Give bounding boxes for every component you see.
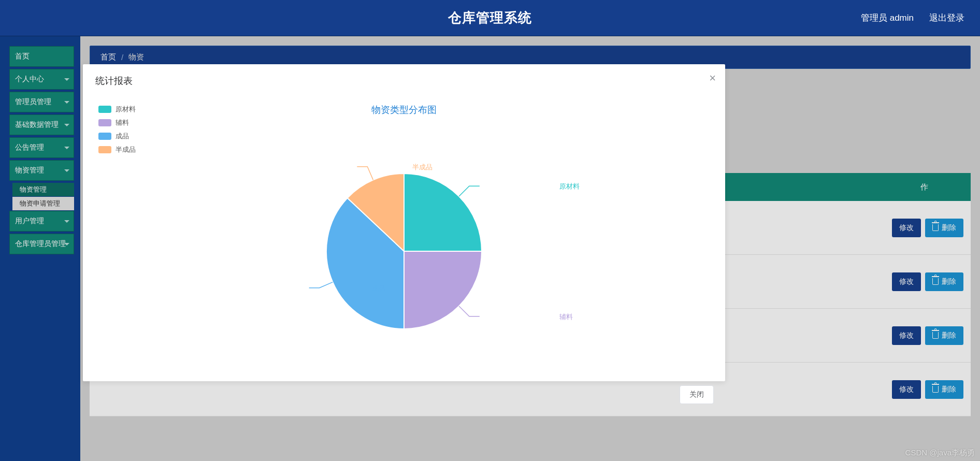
legend-item[interactable]: 半成品 bbox=[98, 145, 136, 154]
user-label[interactable]: 管理员 admin bbox=[861, 12, 914, 24]
pie-slice-label: 辅料 bbox=[559, 312, 573, 322]
legend-swatch bbox=[98, 119, 111, 126]
pie-slice[interactable] bbox=[404, 251, 482, 329]
stats-modal: 统计报表 × 物资类型分布图 原材料 辅料 成品 半成品 原 bbox=[83, 64, 725, 381]
modal-close-button[interactable]: 关闭 bbox=[680, 385, 714, 404]
app-header: 仓库管理系统 管理员 admin 退出登录 bbox=[0, 0, 980, 36]
legend-item[interactable]: 原材料 bbox=[98, 105, 136, 114]
pie-slice-label: 原材料 bbox=[559, 182, 580, 191]
pie-svg bbox=[326, 174, 482, 329]
logout-link[interactable]: 退出登录 bbox=[929, 12, 964, 24]
legend-item[interactable]: 成品 bbox=[98, 132, 136, 141]
legend-swatch bbox=[98, 146, 111, 153]
legend-swatch bbox=[98, 133, 111, 140]
pie-slice-label: 成品 bbox=[371, 284, 385, 293]
pie-chart bbox=[326, 174, 482, 329]
pie-slice[interactable] bbox=[404, 174, 482, 251]
header-right: 管理员 admin 退出登录 bbox=[861, 12, 964, 24]
watermark: CSDN @java李杨勇 bbox=[905, 448, 975, 458]
legend-label: 辅料 bbox=[116, 118, 129, 127]
legend-item[interactable]: 辅料 bbox=[98, 118, 136, 127]
legend-label: 半成品 bbox=[116, 145, 136, 154]
modal-title: 统计报表 bbox=[95, 75, 713, 93]
close-icon[interactable]: × bbox=[709, 73, 716, 84]
legend-swatch bbox=[98, 106, 111, 113]
chart-area: 物资类型分布图 原材料 辅料 成品 半成品 原材料辅料成品半成品 bbox=[95, 93, 713, 369]
chart-title: 物资类型分布图 bbox=[371, 104, 437, 116]
legend-label: 原材料 bbox=[116, 105, 136, 114]
legend-label: 成品 bbox=[116, 132, 129, 141]
pie-slice-label: 半成品 bbox=[412, 163, 433, 172]
chart-legend: 原材料 辅料 成品 半成品 bbox=[98, 105, 136, 154]
app-title: 仓库管理系统 bbox=[448, 9, 532, 27]
